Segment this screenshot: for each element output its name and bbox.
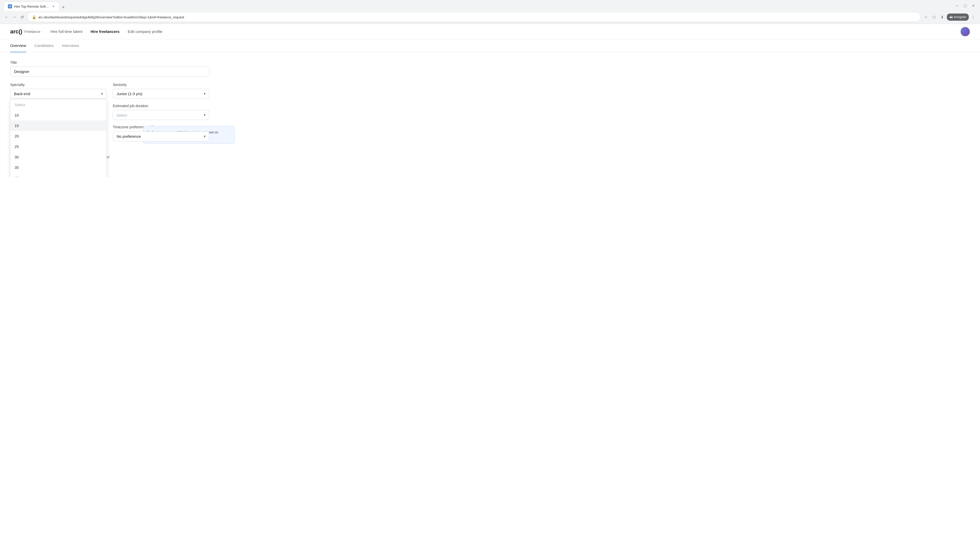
dropdown-item-40[interactable]: 40	[11, 173, 107, 177]
estimated-select-wrapper: ▼ Select	[113, 110, 209, 120]
nav-hire-freelancers[interactable]: Hire freelancers	[91, 29, 119, 34]
dropdown-item-15[interactable]: 15	[11, 121, 107, 131]
form-section: Title Specialty Back-end ▼	[10, 60, 235, 162]
specialty-select-wrapper: Back-end ▼	[10, 89, 107, 99]
specialty-dropdown-wrapper: Back-end ▼ Select 10 15 20 25 30 3	[10, 89, 107, 99]
app-header: arc() Freelance Hire full-time talent Hi…	[0, 24, 980, 39]
close-window-button[interactable]: ×	[970, 2, 977, 10]
main-nav: Hire full-time talent Hire freelancers E…	[51, 29, 961, 34]
timezone-select[interactable]: No preference	[113, 131, 209, 141]
nav-hire-fulltime[interactable]: Hire full-time talent	[51, 29, 83, 34]
bookmark-button[interactable]: ☆	[922, 14, 929, 21]
tab-favicon: H	[8, 4, 12, 8]
address-input[interactable]: 🔒 arc.dev/dashboard/requests/kdyp4k9q28/…	[27, 13, 920, 22]
tab-interviews[interactable]: Interviews	[62, 39, 79, 52]
avatar[interactable]	[961, 27, 970, 36]
estimated-select[interactable]	[113, 110, 209, 120]
estimated-group: Estimated job duration ▼ Select	[113, 104, 209, 120]
url-display: arc.dev/dashboard/requests/kdyp4k9q28/ov…	[38, 15, 916, 19]
tab-bar: H Hire Top Remote Software Dev... × + − …	[0, 0, 980, 11]
seniority-col: Seniority Junior (1-3 yrs) ▼ Estimated j…	[113, 83, 209, 141]
timezone-select-wrapper: No preference ▼	[113, 131, 209, 141]
active-tab[interactable]: H Hire Top Remote Software Dev... ×	[3, 2, 59, 11]
tab-overview[interactable]: Overview	[10, 39, 26, 52]
back-button[interactable]: ←	[3, 14, 10, 21]
menu-button[interactable]: ⋮	[970, 14, 977, 21]
specialty-label: Specialty	[10, 83, 107, 87]
dropdown-placeholder[interactable]: Select	[11, 100, 107, 110]
tab-candidates[interactable]: Candidates	[35, 39, 54, 52]
page-tabs: Overview Candidates Interviews	[0, 39, 980, 52]
specialty-dropdown-menu: Select 10 15 20 25 30 35 40	[10, 99, 107, 177]
download-button[interactable]: ⬇	[939, 14, 946, 21]
logo-subtitle: Freelance	[24, 30, 40, 34]
estimated-label: Estimated job duration	[113, 104, 209, 108]
browser-chrome: H Hire Top Remote Software Dev... × + − …	[0, 0, 980, 24]
dropdown-item-35[interactable]: 35	[11, 162, 107, 173]
browser-actions: ☆ ⬡ ⬇ 🕶 Incognito ⋮	[922, 14, 977, 21]
incognito-badge: 🕶 Incognito	[947, 14, 969, 21]
title-group: Title	[10, 60, 235, 76]
logo[interactable]: arc() Freelance	[10, 28, 40, 35]
extensions-button[interactable]: ⬡	[931, 14, 938, 21]
forward-button[interactable]: →	[11, 14, 18, 21]
dropdown-item-25[interactable]: 25	[11, 141, 107, 152]
refresh-button[interactable]: ↺	[18, 14, 25, 21]
seniority-select[interactable]: Junior (1-3 yrs)	[113, 89, 209, 99]
dropdown-item-20[interactable]: 20	[11, 131, 107, 141]
title-input[interactable]	[10, 67, 209, 76]
minimize-button[interactable]: −	[953, 2, 961, 10]
title-label: Title	[10, 60, 235, 65]
logo-text: arc()	[10, 28, 22, 35]
address-bar: ← → ↺ 🔒 arc.dev/dashboard/requests/kdyp4…	[0, 11, 980, 24]
main-content: Title Specialty Back-end ▼	[0, 52, 245, 170]
dropdown-item-30[interactable]: 30	[11, 152, 107, 162]
specialty-value: Back-end	[14, 92, 30, 96]
specialty-col: Specialty Back-end ▼ Select 10 15	[10, 83, 107, 141]
dropdown-item-10[interactable]: 10	[11, 110, 107, 121]
new-tab-button[interactable]: +	[60, 4, 67, 11]
nav-edit-company[interactable]: Edit company profile	[127, 29, 162, 34]
seniority-label: Seniority	[113, 83, 209, 87]
seniority-select-wrapper: Junior (1-3 yrs) ▼	[113, 89, 209, 99]
avatar-image	[961, 27, 970, 36]
maximize-button[interactable]: □	[962, 2, 969, 10]
tab-title: Hire Top Remote Software Dev...	[14, 5, 50, 8]
specialty-select[interactable]: Back-end	[10, 89, 107, 99]
app: arc() Freelance Hire full-time talent Hi…	[0, 24, 980, 177]
tab-close-button[interactable]: ×	[52, 4, 55, 9]
